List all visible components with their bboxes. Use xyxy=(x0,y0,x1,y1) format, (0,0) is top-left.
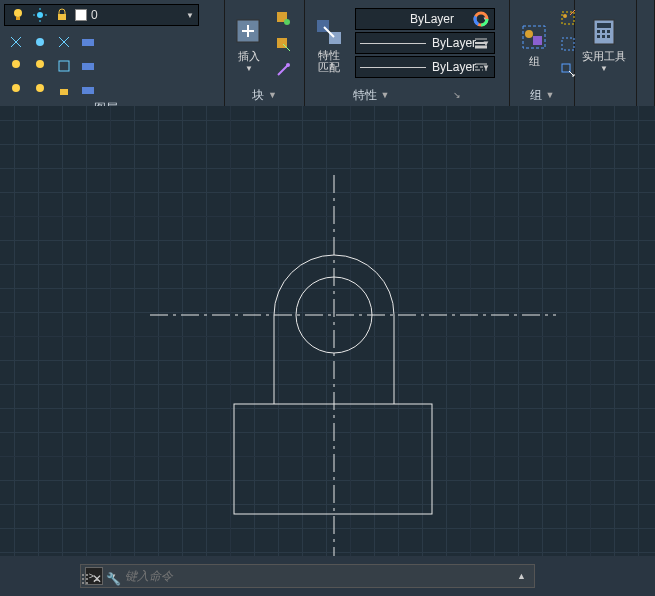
lineweight-sample xyxy=(360,43,426,44)
match-properties-button[interactable]: 特性 匹配 xyxy=(309,12,349,76)
shape-rect xyxy=(234,404,432,514)
panel-label-properties[interactable]: 特性 ▼ ↘ xyxy=(309,86,505,104)
panel-blocks: 插入 ▼ 块 ▼ xyxy=(225,0,305,106)
utilities-label: 实用工具 xyxy=(582,49,626,64)
group-button[interactable]: 组 xyxy=(514,17,554,72)
lineweight-combo[interactable]: ByLayer ▼ xyxy=(355,32,495,54)
group-label: 组 xyxy=(529,54,540,69)
layer-combo[interactable]: 0 ▼ xyxy=(4,4,199,26)
chevron-down-icon: ▼ xyxy=(546,90,555,100)
svg-point-11 xyxy=(36,60,44,68)
lineweight-value: ByLayer xyxy=(432,36,476,50)
color-combo[interactable]: ByLayer ▼ xyxy=(355,8,495,30)
layer-color-swatch xyxy=(75,9,87,21)
layer-tools-grid xyxy=(4,30,98,100)
block-edit-icon[interactable] xyxy=(271,32,295,56)
svg-rect-46 xyxy=(597,35,600,38)
color-value: ByLayer xyxy=(410,12,454,26)
chevron-down-icon: ▼ xyxy=(245,64,253,73)
calculator-icon xyxy=(587,15,621,49)
history-up-icon[interactable]: ▲ xyxy=(513,571,530,581)
panel-properties: 特性 匹配 ByLayer ▼ ByLayer ▼ xyxy=(305,0,510,106)
dialog-launcher-icon[interactable]: ↘ xyxy=(453,90,461,100)
linetype-icon xyxy=(472,58,490,76)
layer-walk-icon[interactable] xyxy=(76,54,100,78)
block-create-icon[interactable] xyxy=(271,6,295,30)
panel-groups-text: 组 xyxy=(530,87,542,104)
color-wheel-icon xyxy=(472,10,490,28)
panel-properties-text: 特性 xyxy=(353,87,377,104)
insert-button[interactable]: 插入 ▼ xyxy=(229,12,269,76)
block-attr-icon[interactable] xyxy=(271,58,295,82)
panel-label-groups[interactable]: 组 ▼ xyxy=(514,86,570,104)
linetype-combo[interactable]: ByLayer ▼ xyxy=(355,56,495,78)
linetype-sample xyxy=(360,67,426,68)
svg-rect-45 xyxy=(607,30,610,33)
customize-icon[interactable]: 🔧 xyxy=(106,572,121,586)
layer-make-current-icon[interactable] xyxy=(76,30,100,54)
svg-point-22 xyxy=(286,63,290,67)
panel-clip-right xyxy=(637,0,655,106)
layer-name: 0 xyxy=(91,8,98,22)
svg-point-8 xyxy=(36,38,44,46)
match-properties-icon xyxy=(312,15,346,49)
close-icon[interactable]: ✕ xyxy=(92,572,102,586)
svg-rect-48 xyxy=(607,35,610,38)
layer-lock-icon[interactable] xyxy=(52,30,76,54)
sun-icon xyxy=(31,6,49,24)
layer-thaw-icon[interactable] xyxy=(28,30,52,54)
command-input[interactable] xyxy=(123,568,507,584)
chevron-down-icon: ▼ xyxy=(268,90,277,100)
layer-tool-d-icon[interactable] xyxy=(76,78,100,102)
group-icon xyxy=(517,20,551,54)
layer-tool-b-icon[interactable] xyxy=(28,78,52,102)
linetype-value: ByLayer xyxy=(432,60,476,74)
svg-point-38 xyxy=(563,14,567,18)
ribbon: 0 ▼ 图层 ▼ xyxy=(0,0,655,107)
bulb-icon xyxy=(9,6,27,24)
panel-layers: 0 ▼ 图层 ▼ xyxy=(0,0,225,106)
layer-on-icon[interactable] xyxy=(28,54,52,78)
panel-utilities: 实用工具 ▼ xyxy=(575,0,637,106)
drawing-canvas[interactable] xyxy=(0,106,655,556)
layer-tool-a-icon[interactable] xyxy=(4,78,28,102)
svg-rect-47 xyxy=(602,35,605,38)
svg-point-2 xyxy=(37,12,43,18)
svg-rect-40 xyxy=(562,64,570,72)
chevron-down-icon: ▼ xyxy=(600,64,608,73)
svg-rect-39 xyxy=(562,38,574,50)
panel-label-blocks[interactable]: 块 ▼ xyxy=(229,86,300,104)
layer-tool-c-icon[interactable] xyxy=(52,78,76,102)
svg-point-10 xyxy=(12,60,20,68)
svg-rect-43 xyxy=(597,30,600,33)
command-line: >_ ▼ ▲ xyxy=(80,564,535,588)
svg-rect-44 xyxy=(602,30,605,33)
layer-off-icon[interactable] xyxy=(4,54,28,78)
insert-label: 插入 xyxy=(238,49,260,64)
insert-block-icon xyxy=(232,15,266,49)
lineweight-icon xyxy=(472,34,490,52)
svg-rect-36 xyxy=(533,36,542,45)
svg-point-14 xyxy=(12,84,20,92)
svg-point-15 xyxy=(36,84,44,92)
match-properties-label: 特性 匹配 xyxy=(318,49,340,73)
drawing-svg xyxy=(0,106,655,556)
svg-rect-13 xyxy=(82,63,94,70)
svg-rect-42 xyxy=(597,23,611,28)
commandline-grip[interactable]: ✕ 🔧 xyxy=(82,572,121,586)
svg-point-35 xyxy=(525,30,533,38)
svg-rect-1 xyxy=(16,17,20,20)
svg-rect-7 xyxy=(58,14,66,20)
utilities-button[interactable]: 实用工具 ▼ xyxy=(579,12,629,76)
svg-rect-17 xyxy=(82,87,94,94)
svg-point-0 xyxy=(14,9,22,17)
layer-isolate-icon[interactable] xyxy=(52,54,76,78)
layer-freeze-icon[interactable] xyxy=(4,30,28,54)
svg-rect-16 xyxy=(60,89,68,95)
chevron-down-icon: ▼ xyxy=(381,90,390,100)
svg-rect-12 xyxy=(59,61,69,71)
panel-blocks-text: 块 xyxy=(252,87,264,104)
svg-point-20 xyxy=(284,19,290,25)
svg-rect-9 xyxy=(82,39,94,46)
chevron-down-icon: ▼ xyxy=(186,11,194,20)
